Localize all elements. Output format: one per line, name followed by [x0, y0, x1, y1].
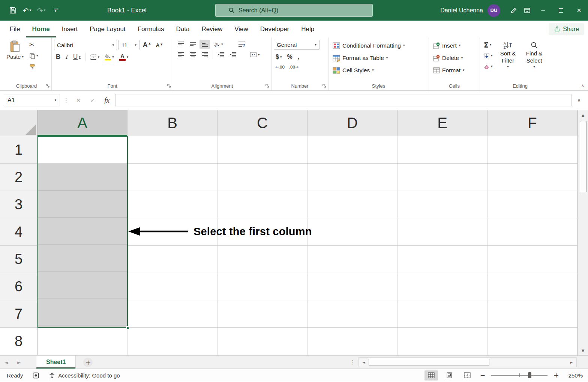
number-dialog-launcher[interactable]: [322, 84, 327, 88]
clipboard-dialog-launcher[interactable]: [45, 84, 50, 88]
alignment-dialog-launcher[interactable]: [265, 84, 270, 88]
row-header-6[interactable]: 6: [0, 273, 38, 300]
column-header-c[interactable]: C: [218, 110, 308, 136]
page-layout-view-button[interactable]: [442, 370, 456, 381]
avatar[interactable]: DU: [488, 4, 500, 17]
borders-button[interactable]: ▾: [88, 52, 102, 61]
format-painter-button[interactable]: [28, 61, 40, 72]
insert-function-button[interactable]: fx: [101, 94, 113, 106]
decrease-indent-button[interactable]: [216, 51, 226, 59]
accessibility-status[interactable]: Accessibility: Good to go: [49, 372, 120, 379]
format-cells-button[interactable]: Format ▾: [431, 64, 477, 76]
scroll-up-button[interactable]: ▲: [578, 110, 588, 120]
fill-button[interactable]: ▾: [482, 51, 494, 61]
tab-split-handle[interactable]: ⋮: [350, 359, 355, 366]
minimize-button[interactable]: ─: [534, 0, 552, 21]
tab-page-layout[interactable]: Page Layout: [84, 21, 131, 37]
row-header-3[interactable]: 3: [0, 191, 38, 218]
decrease-font-size-button[interactable]: A▼: [154, 41, 165, 49]
user-name[interactable]: Daniel Uchenna: [440, 7, 483, 14]
cell-grid[interactable]: Select the first column: [38, 136, 578, 355]
scroll-right-button[interactable]: ►: [567, 358, 576, 367]
page-break-preview-button[interactable]: [460, 370, 474, 381]
number-format-combo[interactable]: General▾: [274, 40, 320, 50]
tab-formulas[interactable]: Formulas: [132, 21, 170, 37]
percent-style-button[interactable]: %: [285, 52, 294, 61]
paste-button[interactable]: Paste▾: [4, 40, 26, 81]
tab-home[interactable]: Home: [26, 21, 56, 37]
tab-data[interactable]: Data: [170, 21, 196, 37]
scroll-left-button[interactable]: ◄: [359, 358, 369, 367]
select-all-button[interactable]: [0, 110, 38, 136]
merge-center-button[interactable]: ▾: [248, 51, 262, 59]
format-as-table-button[interactable]: Format as Table ▾: [331, 52, 426, 64]
expand-formula-bar-button[interactable]: ∨: [574, 98, 584, 103]
sort-filter-button[interactable]: AZ Sort & Filter ▾: [496, 40, 520, 81]
search-box[interactable]: Search (Alt+Q): [215, 4, 373, 17]
top-align-button[interactable]: [176, 40, 186, 49]
tab-review[interactable]: Review: [195, 21, 228, 37]
autosum-button[interactable]: Σ▾: [482, 40, 494, 50]
align-right-button[interactable]: [200, 51, 210, 59]
column-header-e[interactable]: E: [398, 110, 488, 136]
ribbon-display-options-button[interactable]: [520, 4, 534, 17]
find-select-button[interactable]: Find & Select ▾: [522, 40, 547, 81]
zoom-level[interactable]: 250%: [565, 372, 583, 379]
column-header-f[interactable]: F: [488, 110, 578, 136]
close-button[interactable]: ✕: [570, 0, 588, 21]
row-header-5[interactable]: 5: [0, 246, 38, 273]
italic-button[interactable]: I: [64, 52, 70, 62]
font-size-combo[interactable]: 11▾: [118, 40, 140, 50]
copy-button[interactable]: ▾: [28, 51, 40, 61]
bottom-align-button[interactable]: [200, 40, 210, 49]
zoom-slider[interactable]: [491, 372, 548, 379]
orientation-button[interactable]: ab ▾: [212, 40, 225, 49]
font-name-combo[interactable]: Calibri▾: [54, 40, 117, 50]
column-header-a[interactable]: A: [38, 110, 128, 136]
fill-color-button[interactable]: ▾: [103, 53, 116, 61]
collapse-ribbon-button[interactable]: ∧: [581, 83, 584, 88]
row-header-1[interactable]: 1: [0, 136, 38, 164]
formula-input[interactable]: [115, 94, 572, 106]
cancel-button[interactable]: ✕: [72, 94, 84, 106]
clear-button[interactable]: ▾: [482, 61, 494, 72]
sheet-tab-sheet1[interactable]: Sheet1: [36, 356, 76, 369]
increase-font-size-button[interactable]: A▲: [141, 40, 153, 50]
wrap-text-button[interactable]: [236, 40, 247, 49]
normal-view-button[interactable]: [424, 370, 438, 381]
zoom-out-button[interactable]: −: [478, 372, 487, 379]
tab-help[interactable]: Help: [295, 21, 320, 37]
bold-button[interactable]: B: [54, 52, 62, 62]
underline-button[interactable]: U▾: [71, 52, 82, 62]
enter-button[interactable]: ✓: [87, 94, 99, 106]
maximize-button[interactable]: [552, 0, 570, 21]
vertical-scrollbar[interactable]: ▲ ▼: [578, 110, 588, 355]
macro-record-button[interactable]: [33, 372, 39, 379]
comma-style-button[interactable]: ,: [296, 52, 302, 62]
increase-decimal-button[interactable]: ←.00: [274, 64, 286, 70]
share-button[interactable]: Share: [549, 23, 584, 35]
decrease-decimal-button[interactable]: .00→: [288, 64, 300, 70]
fill-handle[interactable]: [126, 326, 129, 330]
previous-sheet-button[interactable]: ◄: [0, 360, 13, 365]
zoom-in-button[interactable]: +: [552, 372, 560, 379]
horizontal-scrollbar[interactable]: ◄ ►: [358, 357, 577, 367]
column-header-b[interactable]: B: [128, 110, 218, 136]
delete-cells-button[interactable]: Delete ▾: [431, 52, 477, 64]
new-sheet-button[interactable]: +: [83, 358, 93, 367]
row-header-7[interactable]: 7: [0, 300, 38, 328]
align-center-button[interactable]: [188, 51, 198, 59]
redo-button[interactable]: ↷▾: [34, 4, 48, 17]
next-sheet-button[interactable]: ►: [13, 360, 26, 365]
inking-button[interactable]: [507, 4, 520, 17]
row-header-2[interactable]: 2: [0, 164, 38, 191]
accounting-format-button[interactable]: $▾: [274, 52, 284, 61]
conditional-formatting-button[interactable]: Conditional Formatting ▾: [331, 40, 426, 51]
horizontal-scrollbar-thumb[interactable]: [369, 359, 489, 366]
middle-align-button[interactable]: [188, 40, 198, 49]
customize-quick-access-toolbar-button[interactable]: ▾: [49, 4, 62, 17]
font-dialog-launcher[interactable]: [167, 84, 171, 88]
align-left-button[interactable]: [176, 51, 186, 59]
name-box[interactable]: A1 ▾: [4, 94, 60, 106]
insert-cells-button[interactable]: Insert ▾: [431, 40, 477, 51]
